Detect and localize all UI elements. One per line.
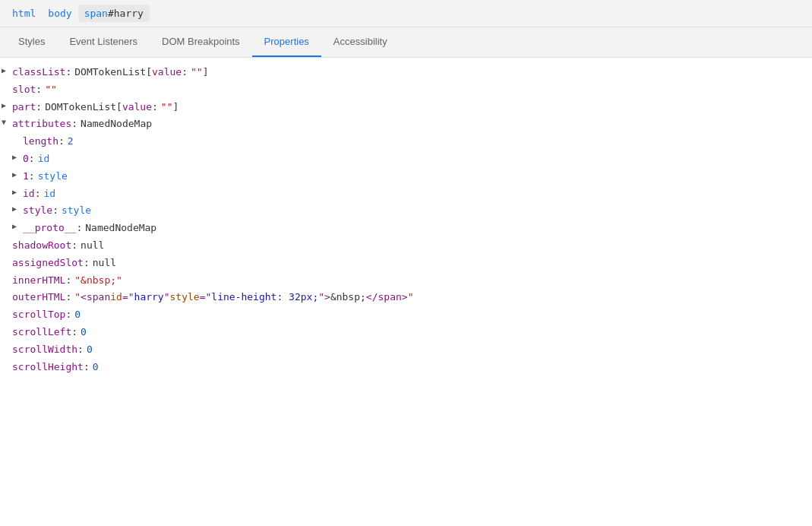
tabs-bar: Styles Event Listeners DOM Breakpoints P… <box>0 27 812 58</box>
scroll-left-row: ▶ scrollLeft : 0 <box>0 324 812 341</box>
assigned-slot-name: assignedSlot <box>12 255 84 271</box>
attr-1-value: style <box>38 169 68 185</box>
classList-triangle <box>2 65 12 77</box>
scroll-width-row: ▶ scrollWidth : 0 <box>0 341 812 359</box>
outer-html-style-val: line-height: 32px; <box>211 290 318 306</box>
inner-html-value: "&nbsp;" <box>74 273 122 289</box>
attr-id-row[interactable]: id : id <box>0 185 812 203</box>
classList-type: DOMTokenList <box>74 65 146 81</box>
outer-html-row: ▶ outerHTML : "<span id="harry" style="l… <box>0 289 812 306</box>
scroll-left-value: 0 <box>81 325 87 341</box>
slot-row: ▶ slot : "" <box>0 81 812 99</box>
outer-html-tag-close: </span> <box>366 290 408 306</box>
scroll-width-value: 0 <box>87 342 93 358</box>
breadcrumb-body[interactable]: body <box>42 5 77 22</box>
attr-style-value: style <box>62 203 91 219</box>
tab-event-listeners[interactable]: Event Listeners <box>57 27 150 57</box>
length-value: 2 <box>68 134 74 150</box>
attr-id-triangle <box>12 186 23 198</box>
outer-html-quote-close: " <box>408 290 414 306</box>
shadow-root-name: shadowRoot <box>12 238 71 254</box>
classList-row[interactable]: classList : DOMTokenList [ value : "" ] <box>0 64 812 81</box>
properties-content: classList : DOMTokenList [ value : "" ] … <box>0 58 812 526</box>
attr-id-value: id <box>43 186 55 202</box>
slot-value: "" <box>45 82 57 98</box>
classList-bracket-open: [ <box>146 65 152 81</box>
attr-style-triangle <box>12 203 23 215</box>
attributes-triangle <box>2 116 12 128</box>
proto-triangle <box>12 220 23 233</box>
part-type: DOMTokenList <box>45 100 116 116</box>
attr-1-triangle <box>12 169 23 181</box>
breadcrumb-span-id: #harry <box>108 8 144 19</box>
attr-1-row[interactable]: 1 : style <box>0 168 812 185</box>
part-name: part <box>12 100 36 116</box>
proto-name: __proto__ <box>23 220 76 236</box>
length-name: length <box>23 134 58 150</box>
breadcrumb-span-tag: span <box>84 8 108 19</box>
breadcrumb-span-harry[interactable]: span#harry <box>78 5 150 22</box>
attr-id-name: id <box>23 186 35 202</box>
attr-0-triangle <box>12 151 23 163</box>
tab-accessibility[interactable]: Accessibility <box>321 27 400 57</box>
outer-html-id-attr: id <box>110 290 122 306</box>
length-row: ▶ length : 2 <box>0 133 812 151</box>
classList-bracket-close: ] <box>203 65 209 81</box>
outer-html-name: outerHTML <box>12 290 65 306</box>
attr-style-row[interactable]: style : style <box>0 202 812 220</box>
attr-0-name: 0 <box>23 151 29 167</box>
proto-value: NamedNodeMap <box>85 220 156 236</box>
classList-value-key: value <box>152 65 182 81</box>
outer-html-id-val: harry <box>134 290 164 306</box>
shadow-root-value: null <box>81 238 104 254</box>
scroll-top-row: ▶ scrollTop : 0 <box>0 306 812 324</box>
part-triangle <box>2 100 12 112</box>
classList-value-val: "" <box>191 65 203 81</box>
scroll-top-name: scrollTop <box>12 307 65 323</box>
attr-0-row[interactable]: 0 : id <box>0 151 812 168</box>
part-row[interactable]: part : DOMTokenList [ value : "" ] <box>0 99 812 116</box>
attr-style-name: style <box>23 203 52 219</box>
attr-0-value: id <box>38 151 50 167</box>
attributes-type: NamedNodeMap <box>81 116 152 132</box>
attributes-row[interactable]: attributes : NamedNodeMap <box>0 116 812 133</box>
assigned-slot-row: ▶ assignedSlot : null <box>0 255 812 272</box>
attributes-name: attributes <box>12 116 71 132</box>
inner-html-row: ▶ innerHTML : "&nbsp;" <box>0 272 812 290</box>
scroll-height-row: ▶ scrollHeight : 0 <box>0 359 812 376</box>
outer-html-quote-open: " <box>74 290 81 306</box>
scroll-height-value: 0 <box>93 360 99 375</box>
scroll-width-name: scrollWidth <box>12 342 77 358</box>
inner-html-name: innerHTML <box>12 273 65 289</box>
slot-name: slot <box>12 82 36 98</box>
outer-html-content: &nbsp; <box>330 290 366 306</box>
outer-html-tag-open: <span <box>81 290 110 306</box>
tab-properties[interactable]: Properties <box>252 27 321 57</box>
breadcrumb-bar: html body span#harry <box>0 0 812 27</box>
shadow-root-row: ▶ shadowRoot : null <box>0 237 812 255</box>
classList-name: classList <box>12 65 65 81</box>
tab-styles[interactable]: Styles <box>6 27 57 57</box>
assigned-slot-value: null <box>93 255 116 271</box>
classList-colon: : <box>65 65 71 81</box>
attr-1-name: 1 <box>23 169 29 185</box>
outer-html-style-attr: style <box>170 290 200 306</box>
breadcrumb-html[interactable]: html <box>6 5 42 22</box>
scroll-height-name: scrollHeight <box>12 360 84 375</box>
scroll-top-value: 0 <box>74 307 81 323</box>
tab-dom-breakpoints[interactable]: DOM Breakpoints <box>150 27 252 57</box>
scroll-left-name: scrollLeft <box>12 325 71 341</box>
proto-row[interactable]: __proto__ : NamedNodeMap <box>0 220 812 237</box>
